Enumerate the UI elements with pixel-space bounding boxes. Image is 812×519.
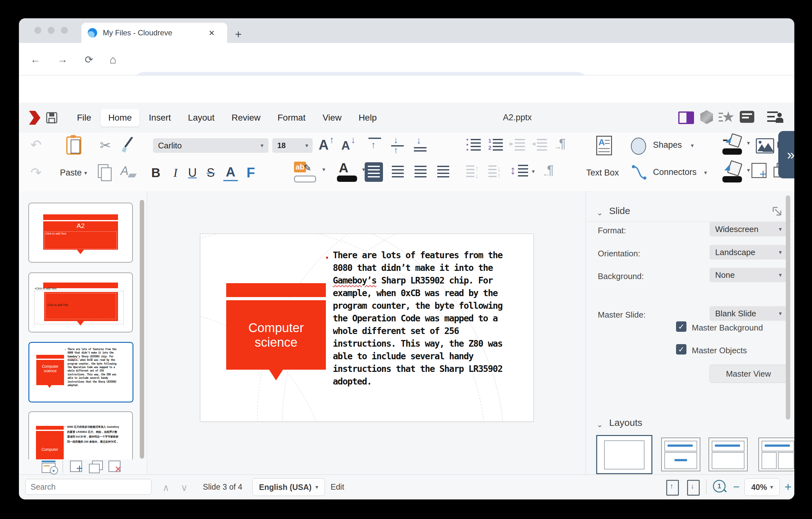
slide-editor[interactable]: Computer science ▪ There are lots of fea… [200,234,534,422]
highlight-caret-icon[interactable]: ▾ [322,166,325,173]
paragraph-ltr-icon[interactable]: ¶ ← [544,163,560,180]
tab-layout[interactable]: Layout [180,109,222,127]
fit-slide-icon[interactable]: ↑ [666,480,679,496]
add-slide-icon[interactable]: + [751,163,768,181]
expand-toolbar-button[interactable]: » [778,131,794,179]
settings-panel-scrollbar[interactable] [786,195,790,419]
paragraph-rtl-icon[interactable]: ¶ → [555,136,571,154]
clear-format-icon[interactable]: A [120,164,137,181]
font-color-button[interactable]: A [337,162,359,184]
paste-button[interactable]: Paste ▾ [59,135,88,186]
highlight-color-button[interactable]: ab ✎ [294,162,319,184]
master-view-button[interactable]: Master View [709,365,787,383]
tab-review[interactable]: Review [224,109,268,127]
redo-icon[interactable]: ↷ [28,164,44,181]
feedback-settings-icon[interactable] [767,111,784,124]
line-color-button[interactable] [722,135,744,155]
save-icon[interactable] [46,111,58,124]
layout-title-content[interactable] [661,438,700,471]
traffic-light-zoom[interactable] [61,27,68,34]
search-next-icon[interactable]: ∨ [177,481,191,494]
increase-font-icon[interactable]: A ↑ [319,135,338,154]
align-right-button[interactable] [411,162,430,182]
tab-home[interactable]: Home [100,109,139,127]
super-subscript-button[interactable]: A [223,164,238,181]
align-justify-button[interactable] [434,162,453,182]
font-settings-button[interactable]: F [243,164,258,181]
tab-format[interactable]: Format [270,109,313,127]
line-color-caret-icon[interactable]: ▾ [747,140,750,146]
slide-thumbnail-3-selected[interactable]: Computer science ▪ There are lots of fea… [28,342,134,403]
layouts-section-chevron-icon[interactable]: ⌄ [597,420,603,429]
increase-indent-icon[interactable]: ◂ [532,138,548,154]
line-spacing-icon[interactable]: ↕ [511,163,530,181]
panel-expand-icon[interactable] [772,206,782,216]
align-left-button[interactable] [365,162,383,182]
tab-view[interactable]: View [315,109,349,127]
slide-thumbnail-2[interactable]: ▪Click to add Text Click to add Title [28,272,133,332]
browser-tab[interactable]: My Files - Cloudreve ✕ [81,23,227,43]
zoom-out-icon[interactable]: − [729,479,743,494]
delete-slide-button[interactable]: ✕ [109,461,124,473]
layout-title-only[interactable] [708,438,748,471]
tab-help[interactable]: Help [351,109,384,127]
slide-section-chevron-icon[interactable]: ⌄ [597,208,603,217]
favorites-star-icon[interactable]: ★ [719,110,735,125]
format-select[interactable]: Widescreen ▾ [709,222,787,237]
version-history-icon[interactable] [700,110,713,124]
add-slide-button[interactable]: + [70,461,85,473]
align-bottom-icon[interactable]: ↓ [414,138,428,154]
connectors-button[interactable]: Connectors ▾ [631,164,726,182]
bullets-icon[interactable]: ••• [466,138,482,154]
zoom-100-icon[interactable]: 1 [713,480,728,495]
orientation-select[interactable]: Landscape ▾ [709,245,787,260]
duplicate-slide-button[interactable] [89,461,104,473]
font-name-select[interactable]: Carlito ▾ [153,138,268,153]
copy-icon[interactable] [98,164,112,181]
traffic-light-minimize[interactable] [48,27,55,34]
cut-icon[interactable]: ✂ [96,137,114,154]
tab-close-icon[interactable]: ✕ [207,28,216,38]
strikeout-button[interactable]: S [204,164,218,181]
slide-body-text[interactable]: There are lots of features from the 8080… [333,249,511,388]
home-icon[interactable]: ⌂ [107,53,119,66]
preview-slideshow-icon[interactable]: ▶ [41,461,57,472]
font-size-select[interactable]: 18 ▾ [272,138,313,153]
move-backward-icon[interactable]: ↑ ↓ [466,164,482,181]
master-background-checkbox[interactable]: ✓ [676,321,687,332]
master-slide-select[interactable]: Blank Slide ▾ [709,306,787,321]
traffic-light-close[interactable] [34,27,41,34]
language-select[interactable]: English (USA) ▾ [252,478,325,496]
format-painter-icon[interactable] [120,137,136,154]
decrease-indent-icon[interactable]: ▸ [511,138,526,154]
master-objects-checkbox[interactable]: ✓ [676,344,687,355]
new-tab-icon[interactable]: + [235,28,242,41]
italic-button[interactable]: I [169,164,182,181]
slides-panel-scrollbar[interactable] [140,200,144,459]
zoom-in-icon[interactable]: + [781,479,794,494]
underline-button[interactable]: U [185,164,199,181]
background-select[interactable]: None ▾ [709,268,787,282]
move-forward-icon[interactable]: ↓ ↑ [488,164,504,181]
layout-two-content[interactable] [758,438,794,471]
search-previous-icon[interactable]: ∧ [159,481,173,494]
align-center-button[interactable] [389,162,407,182]
back-icon[interactable]: ← [30,54,41,65]
slide-thumbnail-1[interactable]: A2 Click to add Text [28,203,133,263]
fit-width-icon[interactable]: ↓ [687,480,700,496]
card-view-icon[interactable] [740,111,754,123]
search-input[interactable] [25,479,151,495]
text-box-button[interactable]: A Text Box [579,135,626,186]
align-middle-icon[interactable]: ↓ ↑ [391,138,405,154]
slide-title-bar-shape[interactable] [226,283,326,297]
slide-title-shape[interactable]: Computer science [226,300,326,370]
fill-color-button[interactable] [722,162,744,183]
bold-button[interactable]: B [149,164,163,181]
undo-icon[interactable]: ↶ [28,136,44,153]
editor-logo[interactable] [29,111,40,125]
zoom-level-select[interactable]: 40% ▾ [745,478,780,496]
layout-blank-selected[interactable] [596,435,652,474]
fill-color-caret-icon[interactable]: ▾ [747,167,750,174]
tab-file[interactable]: File [69,109,99,127]
line-spacing-caret-icon[interactable]: ▾ [532,168,535,175]
